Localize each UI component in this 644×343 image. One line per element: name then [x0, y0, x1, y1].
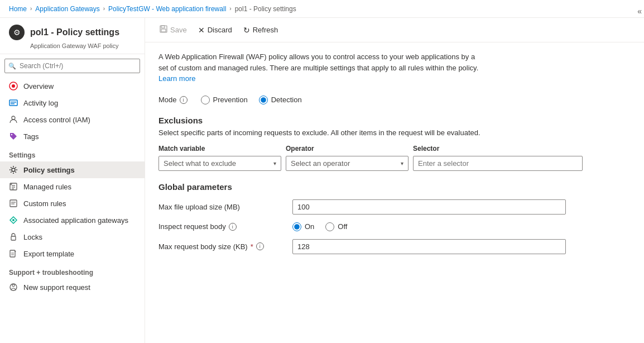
selector-input[interactable]: [413, 156, 583, 171]
svg-rect-4: [11, 103, 15, 104]
breadcrumb: Home › Application Gateways › PolicyTest…: [0, 0, 644, 18]
discard-button[interactable]: ✕ Discard: [193, 23, 238, 37]
col-operator: Operator: [286, 145, 408, 153]
sidebar-item-iam[interactable]: Access control (IAM): [0, 111, 145, 128]
description-text: A Web Application Firewall (WAF) policy …: [158, 51, 482, 84]
save-button[interactable]: Save: [154, 22, 193, 37]
prevention-option[interactable]: Prevention: [201, 96, 248, 104]
sidebar-item-policy-settings[interactable]: Policy settings: [0, 161, 145, 178]
sidebar-item-tags[interactable]: Tags: [0, 128, 145, 145]
sidebar-item-overview[interactable]: Overview: [0, 78, 145, 94]
max-body-row: Max request body size (KB) * i: [158, 239, 631, 254]
breadcrumb-policytestgw[interactable]: PolicyTestGW - Web application firewall: [108, 5, 226, 13]
match-variable-value: Select what to exclude: [164, 159, 236, 168]
sidebar-item-new-support-label: New support request: [23, 283, 90, 292]
col-match-variable: Match variable: [158, 145, 281, 153]
svg-point-7: [12, 168, 15, 172]
sidebar-header: ⚙ pol1 - Policy settings « Application G…: [0, 18, 145, 54]
search-icon: 🔍: [8, 63, 16, 70]
iam-icon: [9, 115, 18, 124]
search-box[interactable]: 🔍: [4, 59, 140, 73]
inspect-body-radio-group: On Off: [292, 222, 347, 231]
mode-row: Mode i Prevention Detection: [158, 96, 631, 104]
svg-rect-18: [11, 236, 16, 240]
sidebar-item-tags-label: Tags: [23, 132, 39, 141]
exclusions-section: Exclusions Select specific parts of inco…: [158, 116, 631, 171]
svg-point-17: [12, 219, 15, 221]
col-selector: Selector: [413, 145, 583, 153]
sidebar-item-policy-settings-label: Policy settings: [23, 166, 75, 174]
sidebar-subtitle: Application Gateway WAF policy: [30, 42, 136, 49]
exclusions-title: Exclusions: [158, 116, 631, 125]
sidebar-item-new-support[interactable]: New support request: [0, 279, 145, 296]
inspect-on-radio[interactable]: [292, 222, 301, 231]
max-body-input[interactable]: [292, 239, 566, 254]
max-body-info-icon[interactable]: i: [256, 242, 264, 250]
settings-section-label: Settings: [0, 145, 145, 161]
refresh-label: Refresh: [253, 26, 278, 34]
export-template-icon: [9, 249, 18, 258]
policy-settings-icon: [9, 165, 18, 174]
max-upload-label: Max file upload size (MB): [158, 203, 292, 211]
discard-icon: ✕: [198, 26, 205, 35]
support-section-label: Support + troubleshooting: [0, 262, 145, 279]
mode-label: Mode i: [158, 96, 188, 104]
breadcrumb-home[interactable]: Home: [9, 5, 27, 13]
page-content: A Web Application Firewall (WAF) policy …: [145, 42, 644, 343]
svg-point-1: [12, 84, 15, 88]
sidebar-item-locks[interactable]: Locks: [0, 228, 145, 245]
inspect-off-option[interactable]: Off: [325, 222, 347, 231]
breadcrumb-current: pol1 - Policy settings: [235, 5, 296, 13]
inspect-body-label: Inspect request body i: [158, 222, 292, 231]
max-upload-input[interactable]: [292, 199, 566, 215]
breadcrumb-sep-3: ›: [229, 6, 231, 12]
exclusions-row: Select what to exclude ▾ Select an opera…: [158, 156, 583, 171]
custom-rules-icon: [9, 199, 18, 208]
sidebar-item-locks-label: Locks: [23, 233, 42, 241]
svg-point-6: [11, 134, 12, 135]
breadcrumb-appgw[interactable]: Application Gateways: [35, 5, 99, 13]
inspect-body-info-icon[interactable]: i: [229, 223, 237, 231]
detection-option[interactable]: Detection: [259, 96, 302, 104]
inspect-off-label: Off: [338, 222, 347, 231]
discard-label: Discard: [208, 26, 232, 34]
sidebar-item-export-template-label: Export template: [23, 250, 74, 258]
inspect-off-radio[interactable]: [325, 222, 334, 231]
support-icon: [9, 283, 18, 292]
overview-icon: [9, 82, 18, 90]
operator-dropdown[interactable]: Select an operator ▾: [286, 156, 408, 171]
learn-more-link[interactable]: Learn more: [158, 74, 195, 83]
svg-rect-26: [161, 29, 166, 32]
inspect-on-option[interactable]: On: [292, 222, 314, 231]
detection-radio[interactable]: [259, 96, 268, 104]
sidebar-item-activity-log[interactable]: Activity log: [0, 94, 145, 111]
global-params-title: Global parameters: [158, 182, 631, 192]
prevention-radio[interactable]: [201, 96, 210, 104]
inspect-body-row: Inspect request body i On Off: [158, 222, 631, 231]
tags-icon: [9, 132, 18, 141]
sidebar-item-overview-label: Overview: [23, 82, 54, 90]
mode-info-icon[interactable]: i: [180, 96, 188, 104]
prevention-label: Prevention: [213, 96, 248, 104]
operator-arrow: ▾: [401, 160, 403, 166]
svg-rect-13: [10, 200, 17, 207]
sidebar-item-custom-rules-label: Custom rules: [23, 199, 66, 208]
sidebar-item-export-template[interactable]: Export template: [0, 245, 145, 262]
svg-point-5: [12, 116, 15, 120]
search-input[interactable]: [4, 59, 140, 73]
sidebar-title: pol1 - Policy settings: [30, 27, 119, 37]
svg-point-23: [12, 284, 15, 287]
toolbar: Save ✕ Discard ↻ Refresh: [145, 18, 644, 42]
sidebar-item-custom-rules[interactable]: Custom rules: [0, 195, 145, 212]
breadcrumb-sep-2: ›: [103, 6, 105, 12]
detection-label: Detection: [271, 96, 302, 104]
max-body-required: *: [251, 242, 253, 251]
match-variable-dropdown[interactable]: Select what to exclude ▾: [158, 156, 281, 171]
sidebar-item-managed-rules[interactable]: Managed rules: [0, 178, 145, 195]
locks-icon: [9, 232, 18, 241]
sidebar-item-assoc-gateways[interactable]: Associated application gateways: [0, 212, 145, 228]
save-icon: [160, 25, 167, 35]
refresh-button[interactable]: ↻ Refresh: [238, 23, 284, 37]
sidebar-item-activity-label: Activity log: [23, 99, 58, 107]
max-body-label: Max request body size (KB) * i: [158, 242, 292, 251]
